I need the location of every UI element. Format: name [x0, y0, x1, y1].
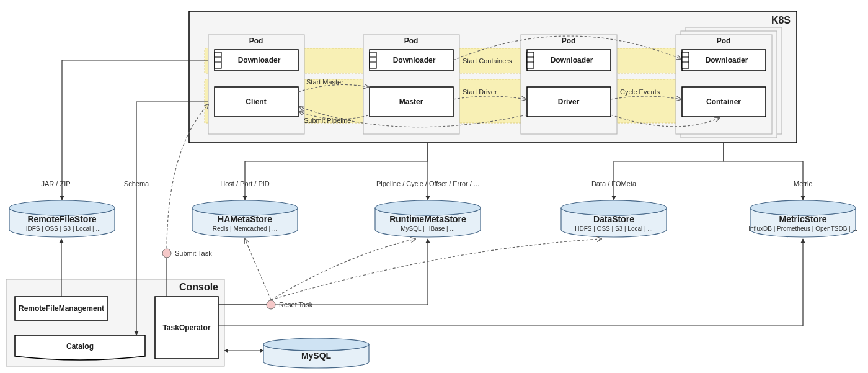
k8s-to-datastore-edge [614, 143, 724, 200]
data-store: DataStore HDFS | OSS | S3 | Local | ... [561, 200, 666, 237]
remote-file-store: RemoteFileStore HDFS | OSS | S3 | Local … [9, 200, 115, 237]
container-label: Container [706, 97, 741, 106]
svg-point-18 [375, 200, 480, 215]
datafometa-label: Data / FOMeta [591, 180, 637, 187]
reset-task-node [267, 300, 275, 309]
metric-label: Metric [794, 180, 812, 187]
remote-file-sub: HDFS | OSS | S3 | Local | ... [23, 225, 100, 232]
k8s-to-metric-edge [724, 143, 803, 200]
k8s-to-hameta-edge [245, 143, 428, 200]
start-driver-label: Start Driver [463, 88, 497, 96]
remote-file-title: RemoteFileStore [27, 214, 96, 224]
reset-to-datastore-edge [271, 239, 601, 300]
metric-sub: InfluxDB | Prometheus | OpenTSDB | ... [748, 225, 857, 232]
pod1-to-remotefile-edge [62, 60, 208, 200]
svg-point-21 [264, 338, 369, 351]
master-label: Master [399, 97, 423, 106]
runtimemeta-title: RuntimeMetaStore [389, 214, 466, 224]
pod-label: Pod [404, 37, 418, 45]
mysql-store: MySQL [264, 338, 369, 368]
svg-rect-13 [682, 52, 689, 68]
metric-store: MetricStore InfluxDB | Prometheus | Open… [748, 200, 857, 237]
submit-task-node [162, 249, 171, 258]
driver-label: Driver [558, 97, 580, 106]
downloader-label: Downloader [393, 56, 436, 65]
pod-4: Pod Downloader Container [676, 35, 772, 134]
schema-label: Schema [124, 180, 149, 187]
pod-label: Pod [717, 37, 731, 45]
svg-rect-1 [215, 52, 221, 68]
pod-3: Pod Downloader Driver [521, 35, 617, 134]
start-master-label: Start Master [306, 78, 343, 86]
submit-pipeline-label: Submit Pipeline [304, 117, 351, 124]
submit-task-label: Submit Task [175, 249, 212, 257]
downloader-label: Downloader [551, 56, 593, 65]
datastore-sub: HDFS | OSS | S3 | Local | ... [575, 225, 652, 232]
hameta-sub: Redis | Memcached | ... [213, 225, 278, 232]
reset-task-label: Reset Task [279, 301, 313, 308]
jarzip-label: JAR / ZIP [41, 180, 70, 187]
pod-label: Pod [249, 37, 264, 45]
pod-label: Pod [562, 37, 576, 45]
k8s-title: K8S [771, 15, 790, 25]
remote-file-mgmt-label: RemoteFileManagement [19, 304, 104, 313]
runtime-meta-store: RuntimeMetaStore MySQL | HBase | ... [375, 200, 480, 237]
pod-2: Pod Downloader Master [363, 35, 459, 134]
taskop-to-runtimemeta-edge [218, 239, 428, 305]
svg-point-16 [9, 200, 115, 215]
catalog-label: Catalog [66, 342, 94, 351]
taskop-to-metric-edge [218, 239, 803, 326]
hostportpid-label: Host / Port / PID [220, 180, 270, 187]
diagram-canvas: K8S Pod Downloader Client Pod Downloader… [0, 0, 868, 373]
console-title: Console [179, 282, 218, 292]
client-label: Client [246, 97, 266, 106]
reset-to-runtimemeta-edge [271, 239, 415, 300]
mysql-title: MySQL [301, 351, 332, 361]
downloader-label: Downloader [238, 56, 281, 65]
pipelinecycle-label: Pipeline / Cycle / Offset / Error / ... [376, 180, 479, 187]
svg-point-17 [192, 200, 298, 215]
svg-rect-9 [527, 52, 534, 68]
svg-point-20 [750, 200, 856, 215]
runtimemeta-sub: MySQL | HBase | ... [401, 225, 455, 232]
hameta-title: HAMetaStore [218, 214, 272, 224]
metric-title: MetricStore [779, 214, 826, 224]
datastore-title: DataStore [593, 214, 634, 224]
reset-to-hameta-edge [245, 239, 271, 300]
task-operator-label: TaskOperator [162, 323, 210, 332]
ha-meta-store: HAMetaStore Redis | Memcached | ... [192, 200, 298, 237]
downloader-label: Downloader [706, 56, 748, 65]
start-containers-label: Start Containers [463, 57, 512, 65]
pod-1: Pod Downloader Client [208, 35, 304, 134]
svg-rect-5 [370, 52, 376, 68]
svg-point-19 [561, 200, 666, 215]
cycle-events-label: Cycle Events [620, 88, 660, 96]
